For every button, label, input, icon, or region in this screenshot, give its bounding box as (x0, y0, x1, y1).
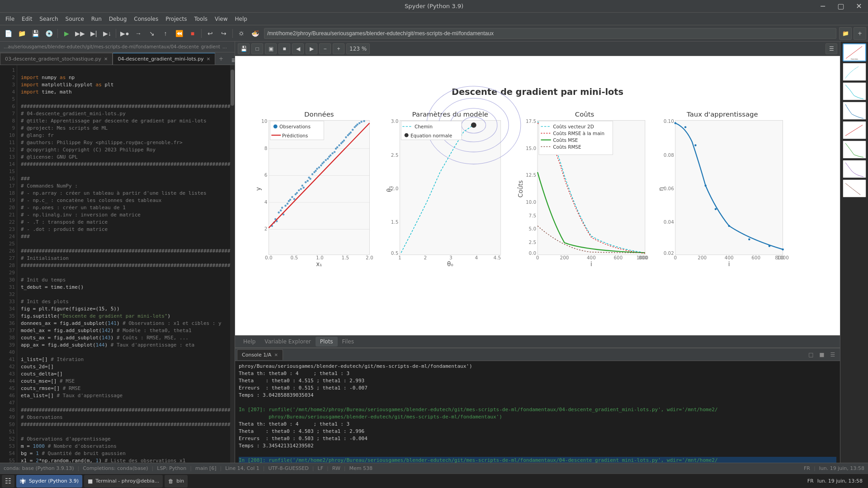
svg-point-147 (694, 144, 696, 146)
svg-rect-165 (843, 160, 865, 178)
menu-tools[interactable]: Tools (190, 14, 211, 24)
editor-scrollbar-thumb[interactable] (231, 70, 234, 106)
plot-copy2-button[interactable]: ▣ (265, 43, 277, 54)
plot-tabs: Help Variable Explorer Plots Files (235, 335, 840, 348)
menu-consoles[interactable]: Consoles (130, 14, 162, 24)
taskbar-spyder[interactable]: 🕷 Spyder (Python 3.9) (16, 475, 82, 488)
taskbar-terminal[interactable]: ■ Terminal - phroy@debia... (84, 475, 163, 488)
tab-help[interactable]: Help (239, 337, 260, 347)
menu-debug[interactable]: Debug (105, 14, 130, 24)
console-options-button[interactable]: ☰ (828, 350, 837, 359)
step-return-button[interactable]: ↑ (159, 27, 172, 40)
svg-text:3: 3 (449, 255, 453, 260)
save-all-button[interactable]: 💿 (42, 27, 55, 40)
continue-button[interactable]: ⏪ (173, 27, 185, 40)
menu-source[interactable]: Source (62, 14, 88, 24)
plot-zoom-out-button[interactable]: − (319, 43, 331, 54)
plot-stop-button[interactable]: ■ (278, 43, 290, 54)
taskbar-systray: FR lun. 19 juin, 13:58 (804, 478, 866, 484)
svg-text:Paramètres du modèle: Paramètres du modèle (412, 110, 488, 118)
mini-thumb-5[interactable] (843, 121, 866, 139)
step-button[interactable]: → (132, 27, 145, 40)
svg-text:0.02: 0.02 (664, 250, 674, 256)
svg-text:0: 0 (674, 255, 677, 260)
svg-point-54 (320, 164, 322, 166)
menu-projects[interactable]: Projects (162, 14, 190, 24)
browse-button[interactable]: 📁 (839, 27, 852, 40)
tab-label-0: 03-descente_gradient_stochastique.py (5, 56, 101, 62)
menu-run[interactable]: Run (88, 14, 105, 24)
console-line-4: Erreurs : theta0 : 0.515 ; theta1 : -0.0… (239, 385, 836, 392)
close-button[interactable]: ✕ (850, 0, 868, 13)
console-stop-button[interactable]: ■ (817, 350, 826, 359)
tab-close-0[interactable]: ✕ (104, 56, 108, 61)
stop-button[interactable]: ■ (186, 27, 199, 40)
tab-files[interactable]: Files (338, 337, 359, 347)
tools-button[interactable]: ⛭ (235, 27, 248, 40)
tab-plots[interactable]: Plots (316, 337, 338, 347)
console-tab-1[interactable]: Console 1/A ✕ (237, 349, 283, 360)
minimize-button[interactable]: − (814, 0, 832, 13)
main-area: ...au/seriousgames/blender-edutech/git/m… (0, 42, 868, 488)
plot-prev-button[interactable]: ◀ (292, 43, 304, 54)
svg-rect-159 (843, 63, 865, 80)
plot-copy-button[interactable]: □ (251, 43, 263, 54)
save-file-button[interactable]: 💾 (29, 27, 42, 40)
mini-thumb-1[interactable]: Données (843, 43, 866, 61)
run-cell-button[interactable]: ▶▶ (74, 27, 86, 40)
python-button[interactable]: 🍜 (249, 27, 261, 40)
plot-zoom-in-button[interactable]: + (333, 43, 344, 54)
console-tab-close[interactable]: ✕ (274, 352, 278, 357)
add-tab-button[interactable]: + (215, 53, 227, 65)
new-file-button[interactable]: 📄 (2, 27, 14, 40)
run-cell-advance-button[interactable]: ▶| (87, 27, 100, 40)
tab-options-button[interactable]: ☰ (229, 56, 235, 65)
svg-point-59 (354, 126, 355, 128)
step-into-button[interactable]: ↘ (146, 27, 158, 40)
console-line-1: phroy/Bureau/seriousgames/blender-edutec… (239, 363, 836, 370)
svg-rect-3 (269, 120, 369, 254)
path-input[interactable] (264, 28, 836, 39)
taskbar-start[interactable]: ☷ (2, 475, 14, 488)
redo-button[interactable]: ↪ (217, 27, 230, 40)
menu-help[interactable]: Help (231, 14, 251, 24)
mini-thumb-2[interactable] (843, 63, 866, 81)
tab-close-1[interactable]: ✕ (207, 56, 210, 61)
svg-rect-82 (400, 120, 500, 254)
undo-button[interactable]: ↩ (204, 27, 217, 40)
menu-search[interactable]: Search (36, 14, 61, 24)
taskbar-spyder-icon: 🕷 (20, 478, 26, 485)
menu-edit[interactable]: Edit (18, 14, 36, 24)
taskbar-bin-icon: 🗑 (168, 478, 174, 484)
svg-point-22 (278, 211, 279, 213)
svg-text:0.0: 0.0 (528, 250, 536, 256)
svg-point-34 (318, 166, 320, 168)
menu-file[interactable]: File (2, 14, 18, 24)
debug-button[interactable]: ▶● (118, 27, 131, 40)
taskbar-bin[interactable]: 🗑 bin (165, 475, 188, 488)
open-file-button[interactable]: 📁 (15, 27, 28, 40)
mini-thumb-8[interactable] (843, 179, 866, 197)
console-output[interactable]: phroy/Bureau/seriousgames/blender-edutec… (235, 361, 840, 471)
editor-scrollbar[interactable] (230, 65, 235, 483)
menu-view[interactable]: View (211, 14, 231, 24)
editor-tab-0[interactable]: 03-descente_gradient_stochastique.py ✕ (0, 53, 113, 65)
code-editor[interactable]: import numpy as np import matplotlib.pyp… (17, 65, 230, 483)
run-button[interactable]: ▶ (60, 27, 73, 40)
mini-thumb-4[interactable] (843, 102, 866, 120)
mini-thumb-3[interactable] (843, 82, 866, 100)
plot-options-button[interactable]: ☰ (826, 43, 837, 54)
svg-text:Descente de gradient par mini-: Descente de gradient par mini-lots (452, 87, 623, 97)
tab-variable-explorer[interactable]: Variable Explorer (260, 337, 315, 347)
status-lf: LF (318, 465, 323, 471)
plot-next-button[interactable]: ▶ (306, 43, 317, 54)
add-path-button[interactable]: + (854, 27, 866, 40)
run-selection-button[interactable]: ▶↓ (101, 27, 113, 40)
mini-thumb-6[interactable] (843, 141, 866, 159)
maximize-button[interactable]: ▢ (832, 0, 850, 13)
mini-thumb-7[interactable] (843, 160, 866, 178)
console-new-button[interactable]: □ (807, 350, 816, 359)
plot-right-icons: ☰ (826, 43, 837, 54)
editor-tab-1[interactable]: 04-descente_gradient_mini-lots.py ✕ (113, 53, 215, 65)
plot-save-button[interactable]: 💾 (238, 43, 250, 54)
